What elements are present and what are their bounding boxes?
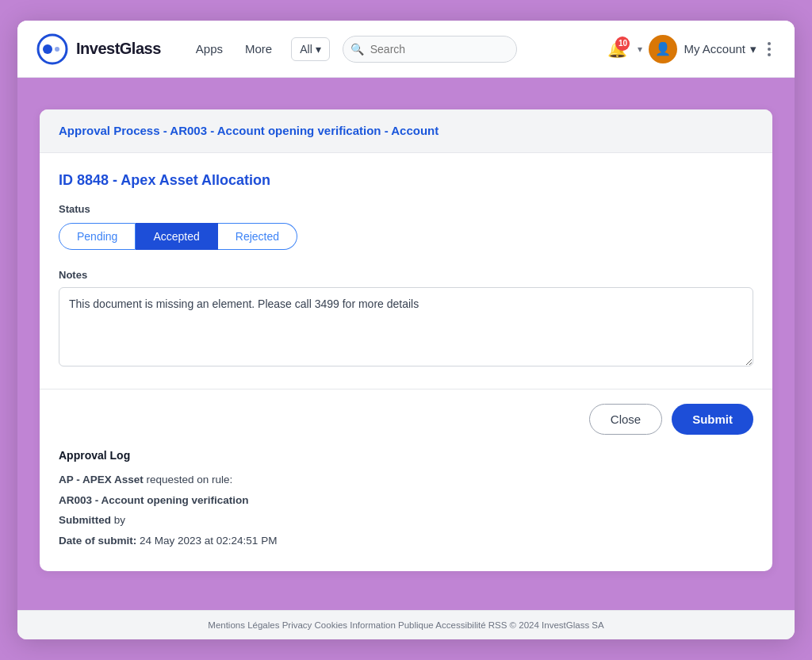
notification-bell[interactable]: 🔔 10	[603, 35, 631, 63]
record-title: ID 8848 - Apex Asset Allocation	[59, 172, 753, 189]
card-header: Approval Process - AR003 - Account openi…	[40, 109, 772, 153]
status-rejected[interactable]: Rejected	[218, 223, 297, 250]
nav-links: Apps More All ▾	[186, 36, 330, 62]
status-accepted[interactable]: Accepted	[136, 223, 217, 250]
footer: Mentions Légales Privacy Cookies Informa…	[17, 610, 795, 639]
notes-label: Notes	[59, 269, 753, 281]
svg-point-2	[55, 47, 59, 52]
log-line-3-rest: by	[111, 514, 125, 526]
log-line-1-bold: AP - APEX Asset	[59, 474, 144, 485]
status-pending[interactable]: Pending	[59, 223, 136, 250]
search-input[interactable]	[343, 36, 517, 63]
search-wrap: 🔍	[343, 36, 517, 63]
svg-point-1	[43, 44, 52, 54]
approval-card: Approval Process - AR003 - Account openi…	[40, 109, 772, 571]
all-dropdown[interactable]: All ▾	[291, 37, 330, 61]
card-body: ID 8848 - Apex Asset Allocation Status P…	[40, 153, 772, 389]
status-buttons: Pending Accepted Rejected	[59, 223, 753, 250]
approval-log: Approval Log AP - APEX Asset requested o…	[40, 449, 772, 571]
dot-1	[768, 42, 771, 45]
log-line-1: AP - APEX Asset requested on rule:	[59, 471, 753, 489]
log-line-4: Date of submit: 24 May 2023 at 02:24:51 …	[59, 532, 753, 550]
account-label: My Account	[684, 42, 745, 56]
log-line-3: Submitted by	[59, 512, 753, 529]
log-line-4-bold: Date of submit:	[59, 535, 136, 547]
log-line-3-bold: Submitted	[59, 514, 111, 526]
logo-text: InvestGlass	[76, 40, 161, 58]
all-label: All	[300, 43, 312, 56]
status-label: Status	[59, 203, 753, 215]
logo-icon	[36, 33, 68, 65]
card-header-title: Approval Process - AR003 - Account openi…	[59, 124, 439, 137]
submit-button[interactable]: Submit	[672, 404, 753, 435]
avatar-image: 👤	[655, 41, 671, 56]
bell-dropdown-arrow[interactable]: ▾	[638, 44, 642, 55]
nav-more[interactable]: More	[236, 36, 282, 62]
account-chevron-icon: ▾	[750, 42, 756, 56]
navbar: InvestGlass Apps More All ▾ 🔍 🔔 10 ▾ 👤	[17, 21, 795, 78]
more-options-button[interactable]	[763, 37, 776, 61]
close-button[interactable]: Close	[589, 404, 662, 435]
logo[interactable]: InvestGlass	[36, 33, 161, 65]
navbar-right: 🔔 10 ▾ 👤 My Account ▾	[603, 35, 776, 63]
notification-badge: 10	[615, 36, 630, 51]
chevron-down-icon: ▾	[316, 43, 321, 56]
account-button[interactable]: My Account ▾	[684, 42, 756, 56]
nav-apps[interactable]: Apps	[186, 36, 232, 62]
log-line-2-text: AR003 - Account opening verification	[59, 494, 249, 506]
avatar: 👤	[649, 35, 677, 63]
log-line-4-rest: 24 May 2023 at 02:24:51 PM	[136, 535, 277, 547]
log-line-1-rest: requested on rule:	[144, 474, 233, 485]
search-icon: 🔍	[350, 43, 364, 56]
dot-2	[768, 48, 771, 51]
log-line-2: AR003 - Account opening verification	[59, 492, 753, 509]
footer-text: Mentions Légales Privacy Cookies Informa…	[208, 620, 603, 630]
dot-3	[768, 53, 771, 56]
approval-log-title: Approval Log	[59, 449, 753, 462]
app-window: InvestGlass Apps More All ▾ 🔍 🔔 10 ▾ 👤	[17, 21, 795, 639]
card-actions: Close Submit	[40, 389, 772, 449]
notes-textarea[interactable]: This document is missing an element. Ple…	[59, 287, 753, 366]
main-content: Approval Process - AR003 - Account openi…	[17, 78, 795, 610]
